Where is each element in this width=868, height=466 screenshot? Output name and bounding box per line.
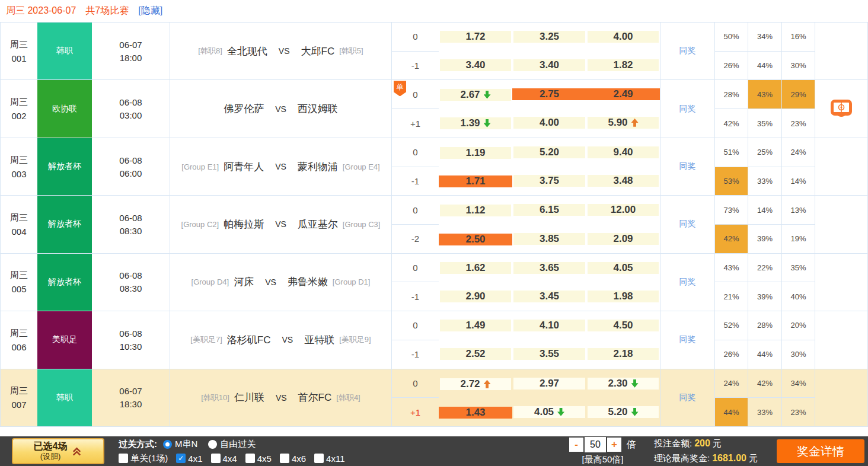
odds-cell[interactable]: 2.49 [586, 88, 660, 100]
odds-cell[interactable]: 3.40 [440, 59, 511, 71]
hide-link[interactable]: [隐藏] [138, 5, 162, 17]
stadium-icon[interactable] [829, 99, 853, 119]
handicap-col: 0-2 [392, 196, 439, 253]
odds-cell[interactable]: 4.00 [588, 31, 659, 43]
odds-cell[interactable]: 2.09 [588, 233, 659, 245]
odds-cell[interactable]: 2.75 [512, 88, 586, 100]
same-prize-link[interactable]: 同奖 [660, 138, 715, 195]
home-team-name: 仁川联 [234, 391, 264, 404]
checkbox-unchecked-icon[interactable] [119, 454, 128, 463]
odds-cell[interactable]: 1.71 [439, 175, 512, 187]
pct-cell: 14% [748, 196, 781, 225]
match-date: 06-08 [119, 213, 142, 223]
radio-option[interactable]: 自由过关 [208, 439, 256, 450]
pct-cell: 42% [715, 225, 748, 253]
radio-unselected-icon[interactable] [208, 440, 217, 449]
home-team-tag: [韩职10] [201, 392, 229, 403]
odds-cell[interactable]: 2.30 [588, 378, 659, 390]
odds-cell[interactable]: 1.43 [439, 407, 512, 419]
checkbox-unchecked-icon[interactable] [211, 454, 221, 463]
odds-cell[interactable]: 3.75 [513, 175, 585, 187]
odds-cell[interactable]: 4.50 [588, 320, 659, 331]
pct-col-lose: 34%23% [782, 369, 815, 426]
odds-cell[interactable]: 2.50 [439, 234, 512, 245]
checkbox-option[interactable]: 4x11 [314, 454, 344, 464]
odds-cell[interactable]: 9.40 [588, 146, 659, 158]
odds-cell[interactable]: 1.39 [440, 117, 511, 129]
odds-cell[interactable]: 4.10 [513, 320, 585, 331]
match-id: 周三005 [1, 254, 37, 311]
odds-cell[interactable]: 2.72 [440, 378, 511, 390]
handicap-col: 0-1 [392, 23, 439, 79]
odds-cell[interactable]: 1.98 [588, 291, 659, 302]
odds-cell[interactable]: 5.20 [588, 406, 659, 418]
odds-cell[interactable]: 3.25 [513, 31, 585, 43]
odds-cell[interactable]: 2.90 [440, 291, 511, 302]
odds-cell[interactable]: 3.45 [513, 291, 585, 302]
selected-matches-button[interactable]: 已选4场 (设胆) [12, 438, 104, 464]
checkbox-unchecked-icon[interactable] [314, 454, 324, 463]
odds-cell[interactable]: 3.55 [513, 348, 585, 360]
odds-cell[interactable]: 1.19 [440, 147, 511, 159]
same-prize-link[interactable]: 同奖 [660, 23, 715, 79]
odds-cell[interactable]: 3.40 [513, 59, 585, 71]
multiplier-minus-button[interactable]: - [569, 438, 583, 452]
match-day: 周三 [10, 385, 28, 397]
odds-cell[interactable]: 2.18 [588, 348, 659, 360]
odds-cell[interactable]: 6.15 [513, 204, 585, 216]
same-prize-link[interactable]: 同奖 [660, 311, 715, 368]
odds-col-draw: 5.203.75 [512, 138, 586, 195]
checkbox-option[interactable]: ✓4x1 [176, 454, 202, 464]
odds-cell[interactable]: 3.65 [513, 262, 585, 274]
vs-label: VS [279, 46, 290, 56]
multiplier-input[interactable] [585, 437, 606, 452]
same-prize-link[interactable]: 同奖 [660, 196, 715, 253]
same-prize-link[interactable]: 同奖 [660, 369, 715, 426]
radio-option[interactable]: M串N [163, 439, 197, 450]
vs-label: VS [276, 393, 287, 403]
odds-cell[interactable]: 4.05 [588, 262, 659, 274]
odds-cell[interactable]: 4.00 [513, 117, 585, 129]
radio-selected-icon[interactable] [163, 440, 172, 449]
checkbox-unchecked-icon[interactable] [280, 454, 289, 463]
odds-cell[interactable]: 1.62 [440, 262, 511, 274]
checkbox-option[interactable]: 4x4 [211, 454, 237, 464]
odds-cell[interactable]: 5.20 [513, 146, 585, 158]
odds-cell-wrap: 1.19 [439, 138, 512, 168]
odds-cell-wrap: 3.55 [512, 340, 586, 368]
odds-col-win: 2.671.39 [439, 80, 512, 137]
checkbox-checked-icon[interactable]: ✓ [176, 454, 186, 463]
prize-detail-button[interactable]: 奖金详情 [777, 439, 864, 463]
multiplier-plus-button[interactable]: + [607, 438, 621, 452]
odds-cell[interactable]: 3.85 [513, 233, 585, 245]
odds-cell-wrap: 2.90 [439, 282, 512, 311]
odds-cell[interactable]: 4.05 [513, 406, 585, 418]
match-count: 共7场比赛 [85, 5, 129, 17]
odds-cell[interactable]: 5.90 [588, 117, 659, 129]
checkbox-unchecked-icon[interactable] [245, 454, 255, 463]
checkbox-option[interactable]: 4x5 [245, 454, 272, 464]
handicap-col: 0-1 [392, 138, 439, 195]
checkbox-option[interactable]: 单关(1场) [119, 453, 168, 464]
odds-cell[interactable]: 1.82 [588, 59, 659, 71]
odds-cell[interactable]: 2.67 [440, 89, 511, 101]
match-date: 06-07 [119, 40, 142, 50]
odds-cell[interactable]: 12.00 [588, 204, 659, 216]
same-prize-link[interactable]: 同奖 [660, 80, 715, 137]
odds-cell[interactable]: 1.49 [440, 320, 511, 331]
vs-label: VS [275, 162, 286, 171]
checkbox-option[interactable]: 4x6 [280, 454, 306, 464]
odds-cell[interactable]: 2.52 [440, 348, 511, 360]
analysis-col [815, 138, 867, 195]
odds-cell[interactable]: 1.72 [440, 31, 511, 43]
odds-cell-wrap: 1.72 [439, 23, 512, 51]
pct-cell: 28% [748, 311, 781, 340]
league-badge: 解放者杯 [37, 138, 92, 195]
odds-cell[interactable]: 2.97 [513, 378, 585, 390]
odds-cell[interactable]: 3.48 [588, 175, 659, 187]
same-prize-link[interactable]: 同奖 [660, 254, 715, 311]
odds-col-lose: 12.002.09 [586, 196, 660, 253]
match-datetime: 06-0808:30 [92, 196, 170, 253]
pct-col-win: 73%42% [715, 196, 748, 253]
odds-cell[interactable]: 1.12 [440, 205, 511, 216]
